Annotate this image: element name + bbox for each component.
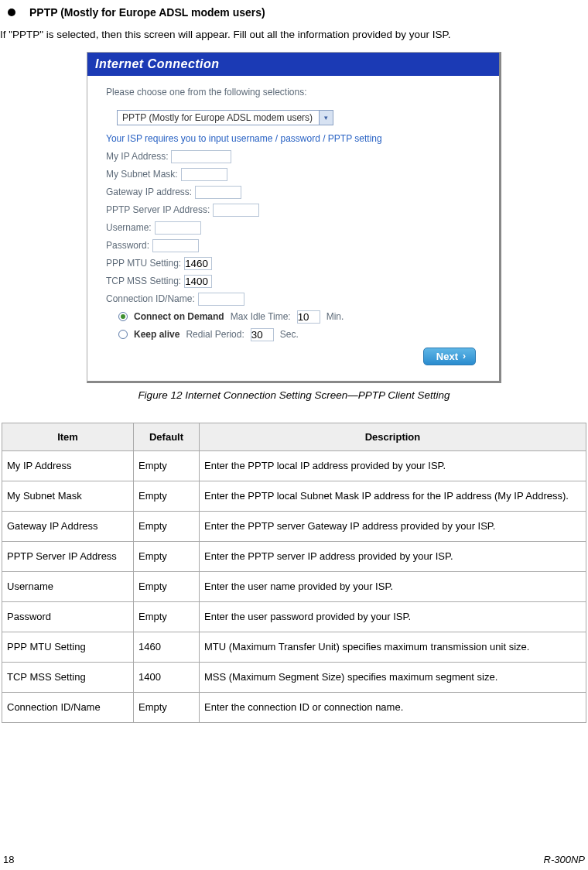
server-label: PPTP Server IP Address: (106, 204, 210, 215)
section-heading: PPTP (Mostly for Europe ADSL modem users… (29, 6, 265, 19)
th-item: Item (2, 423, 134, 450)
cell-desc: Enter the PPTP local IP address provided… (200, 450, 586, 481)
table-row: PPTP Server IP AddressEmptyEnter the PPT… (2, 541, 586, 571)
cell-desc: Enter the user name provided by your ISP… (200, 571, 586, 601)
bullet-icon (8, 9, 15, 16)
cell-item: Gateway IP Address (2, 511, 134, 541)
cell-default: Empty (134, 511, 200, 541)
cell-default: Empty (134, 481, 200, 511)
keep-label: Keep alive (134, 329, 179, 340)
redial-input[interactable] (251, 328, 274, 341)
parameter-table: Item Default Description My IP AddressEm… (2, 423, 586, 723)
cod-label: Connect on Demand (134, 311, 224, 322)
pass-input[interactable] (152, 239, 199, 252)
next-button[interactable]: Next › (423, 348, 476, 365)
cell-desc: Enter the PPTP local Subnet Mask IP addr… (200, 481, 586, 511)
mss-label: TCP MSS Setting: (106, 276, 181, 286)
mtu-input[interactable] (184, 257, 212, 270)
cell-item: PPP MTU Setting (2, 632, 134, 662)
table-row: My IP AddressEmptyEnter the PPTP local I… (2, 450, 586, 481)
cell-default: 1460 (134, 632, 200, 662)
table-row: PasswordEmptyEnter the user password pro… (2, 601, 586, 632)
my-ip-label: My IP Address: (106, 151, 168, 162)
section-heading-row: PPTP (Mostly for Europe ADSL modem users… (0, 6, 588, 19)
user-label: Username: (106, 222, 152, 233)
table-row: PPP MTU Setting1460MTU (Maximum Transfer… (2, 632, 586, 662)
cell-default: 1400 (134, 662, 200, 692)
keep-unit: Sec. (280, 329, 299, 340)
table-row: Connection ID/NameEmptyEnter the connect… (2, 692, 586, 722)
cell-item: Password (2, 601, 134, 632)
cell-default: Empty (134, 692, 200, 722)
table-row: Gateway IP AddressEmptyEnter the PPTP se… (2, 511, 586, 541)
cell-desc: Enter the connection ID or connection na… (200, 692, 586, 722)
cell-item: TCP MSS Setting (2, 662, 134, 692)
cell-item: Connection ID/Name (2, 692, 134, 722)
cell-default: Empty (134, 541, 200, 571)
cell-default: Empty (134, 450, 200, 481)
conn-input[interactable] (198, 293, 244, 306)
prompt-text: Please choose one from the following sel… (106, 87, 484, 98)
cell-desc: MSS (Maximum Segment Size) specifies max… (200, 662, 586, 692)
cell-item: My Subnet Mask (2, 481, 134, 511)
connect-on-demand-radio[interactable] (118, 312, 128, 321)
chevron-down-icon: ▾ (319, 111, 333, 125)
cell-item: My IP Address (2, 450, 134, 481)
connection-type-select[interactable]: PPTP (Mostly for Europe ADSL modem users… (117, 110, 333, 125)
mss-input[interactable] (184, 275, 212, 288)
cell-desc: Enter the PPTP server Gateway IP address… (200, 511, 586, 541)
cod-suffix: Max Idle Time: (231, 311, 291, 322)
conn-label: Connection ID/Name: (106, 293, 195, 304)
dialog-title: Internet Connection (87, 53, 499, 76)
cell-item: Username (2, 571, 134, 601)
dialog-body: Please choose one from the following sel… (87, 76, 499, 381)
page-number: 18 (3, 854, 14, 865)
th-default: Default (134, 423, 200, 450)
table-row: My Subnet MaskEmptyEnter the PPTP local … (2, 481, 586, 511)
cell-desc: Enter the PPTP server IP address provide… (200, 541, 586, 571)
mtu-label: PPP MTU Setting: (106, 258, 181, 269)
internet-connection-dialog: Internet Connection Please choose one fr… (87, 52, 501, 383)
my-ip-input[interactable] (171, 150, 231, 163)
cell-default: Empty (134, 571, 200, 601)
cod-unit: Min. (326, 311, 344, 322)
server-input[interactable] (213, 204, 259, 217)
th-desc: Description (200, 423, 586, 450)
cell-desc: MTU (Maximum Transfer Unit) specifies ma… (200, 632, 586, 662)
keep-alive-radio[interactable] (118, 330, 128, 339)
page-footer: 18 R-300NP (0, 854, 588, 865)
cell-desc: Enter the user password provided by your… (200, 601, 586, 632)
figure-caption: Figure 12 Internet Connection Setting Sc… (0, 389, 588, 401)
cell-item: PPTP Server IP Address (2, 541, 134, 571)
select-value: PPTP (Mostly for Europe ADSL modem users… (118, 112, 319, 123)
idle-input[interactable] (297, 310, 320, 324)
pass-label: Password: (106, 240, 149, 251)
chevron-right-icon: › (463, 351, 466, 361)
subnet-label: My Subnet Mask: (106, 169, 178, 180)
gateway-label: Gateway IP address: (106, 187, 192, 197)
keep-suffix: Redial Period: (186, 329, 244, 340)
model-name: R-300NP (544, 854, 585, 865)
cell-default: Empty (134, 601, 200, 632)
user-input[interactable] (155, 221, 201, 235)
intro-text: If "PPTP" is selected, then this screen … (0, 25, 588, 52)
screenshot-container: Internet Connection Please choose one fr… (0, 52, 588, 383)
table-row: TCP MSS Setting1400MSS (Maximum Segment … (2, 662, 586, 692)
next-label: Next (436, 351, 458, 362)
gateway-input[interactable] (195, 186, 241, 199)
isp-note: Your ISP requires you to input username … (106, 133, 484, 144)
table-row: UsernameEmptyEnter the user name provide… (2, 571, 586, 601)
subnet-input[interactable] (181, 168, 227, 181)
